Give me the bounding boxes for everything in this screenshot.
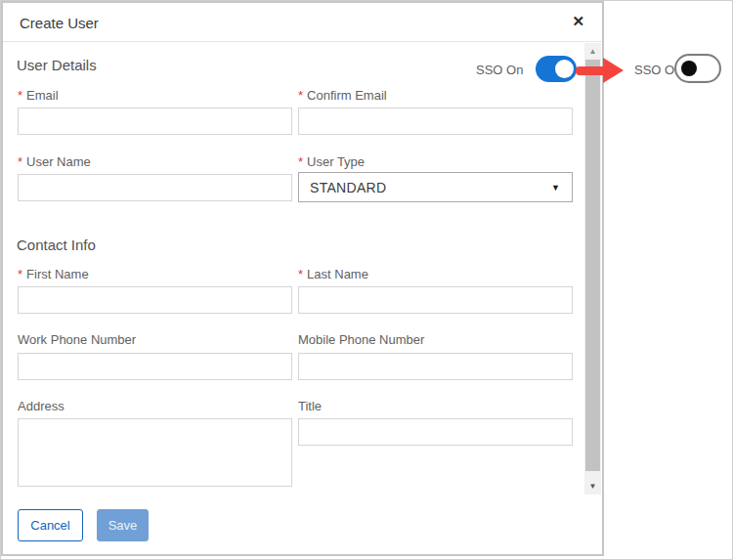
save-button[interactable]: Save xyxy=(97,509,149,541)
title-field[interactable] xyxy=(298,418,573,446)
last-name-label: *Last Name xyxy=(298,267,368,281)
work-phone-label: Work Phone Number xyxy=(18,332,136,347)
first-name-field[interactable] xyxy=(18,286,292,314)
arrow-right-head-icon xyxy=(603,58,624,83)
cancel-button[interactable]: Cancel xyxy=(18,509,83,541)
mobile-phone-label: Mobile Phone Number xyxy=(298,332,424,347)
scrollbar-thumb[interactable] xyxy=(585,60,600,471)
sso-off-toggle-illustration xyxy=(674,54,721,83)
label-text: Last Name xyxy=(307,267,368,281)
screenshot-canvas: Create User ✕ User Details SSO On *Email… xyxy=(0,0,733,560)
address-label: Address xyxy=(18,399,65,413)
label-text: Mobile Phone Number xyxy=(298,332,424,347)
required-asterisk: * xyxy=(298,154,303,169)
title-label: Title xyxy=(298,399,322,413)
required-asterisk: * xyxy=(18,267,22,281)
user-name-field[interactable] xyxy=(18,174,292,201)
label-text: First Name xyxy=(26,267,89,281)
scroll-up-icon: ▲ xyxy=(589,47,597,56)
work-phone-field[interactable] xyxy=(18,353,292,380)
email-label: *Email xyxy=(18,88,59,103)
user-details-heading: User Details xyxy=(17,57,97,73)
label-text: Work Phone Number xyxy=(18,332,136,347)
user-type-label: *User Type xyxy=(298,154,365,169)
user-name-label: *User Name xyxy=(18,154,91,169)
first-name-label: *First Name xyxy=(18,267,89,281)
last-name-field[interactable] xyxy=(298,286,573,314)
user-type-select[interactable]: STANDARD ▼ xyxy=(298,172,573,202)
email-field[interactable] xyxy=(18,108,292,135)
sso-on-label: SSO On xyxy=(476,63,523,77)
scrollbar[interactable]: ▲ ▼ xyxy=(584,43,601,495)
required-asterisk: * xyxy=(18,154,22,169)
dialog-title: Create User xyxy=(20,15,99,31)
label-text: Email xyxy=(26,88,59,103)
address-field[interactable] xyxy=(18,418,292,487)
sso-off-label: SSO Off xyxy=(634,63,681,77)
sso-toggle[interactable] xyxy=(536,56,577,82)
toggle-knob xyxy=(681,61,697,76)
close-icon[interactable]: ✕ xyxy=(572,14,584,28)
toggle-knob xyxy=(555,60,574,78)
scroll-down-button[interactable]: ▼ xyxy=(584,478,601,495)
label-text: User Name xyxy=(26,154,91,169)
required-asterisk: * xyxy=(298,88,303,103)
create-user-dialog: Create User ✕ User Details SSO On *Email… xyxy=(1,1,604,556)
label-text: Confirm Email xyxy=(307,88,387,103)
required-asterisk: * xyxy=(298,267,303,281)
contact-info-heading: Contact Info xyxy=(17,237,96,253)
confirm-email-label: *Confirm Email xyxy=(298,88,387,103)
label-text: Address xyxy=(18,399,65,413)
scroll-down-icon: ▼ xyxy=(589,482,597,491)
scroll-up-button[interactable]: ▲ xyxy=(584,43,601,60)
label-text: User Type xyxy=(307,154,365,169)
label-text: Title xyxy=(298,399,322,413)
user-type-selected-value: STANDARD xyxy=(310,180,386,195)
required-asterisk: * xyxy=(18,88,22,103)
mobile-phone-field[interactable] xyxy=(298,353,573,380)
confirm-email-field[interactable] xyxy=(298,108,573,135)
chevron-down-icon: ▼ xyxy=(551,183,560,193)
dialog-header: Create User ✕ xyxy=(3,3,602,42)
